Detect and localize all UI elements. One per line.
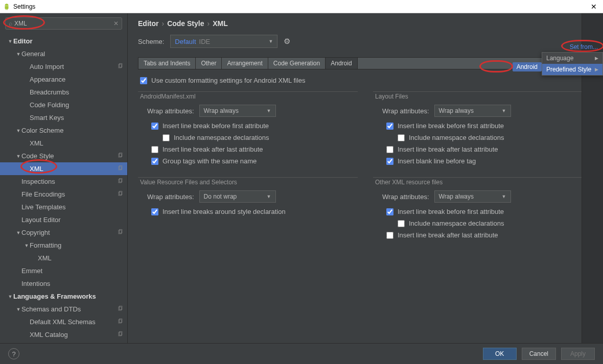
chk-lb-last-other[interactable]	[386, 232, 393, 239]
breadcrumb: Editor›Code Style›XML	[138, 19, 593, 28]
group-other: Other XML resource files Wrap attributes…	[373, 173, 593, 241]
tree-label: Layout Editor	[21, 216, 123, 224]
tree-item-xml[interactable]: XML	[0, 162, 127, 175]
submenu-android[interactable]: Android	[513, 62, 542, 71]
tab-arrangement[interactable]: Arrangement	[222, 58, 268, 69]
chk-lb-first-manifest[interactable]	[151, 123, 158, 130]
chk-lb-style-values[interactable]	[151, 208, 158, 215]
menu-predefined[interactable]: Predefined Style▶	[542, 64, 602, 75]
search-field[interactable]	[14, 20, 113, 27]
tab-android[interactable]: Android	[326, 58, 357, 69]
android-icon	[3, 3, 10, 10]
menu-language[interactable]: Language▶	[542, 53, 602, 64]
scheme-select[interactable]: DefaultIDE ▼	[170, 35, 277, 48]
tree-item-xml-catalog[interactable]: XML Catalog	[0, 328, 127, 341]
arrow-icon	[24, 243, 30, 248]
tree-item-emmet[interactable]: Emmet	[0, 264, 127, 277]
cancel-button[interactable]: Cancel	[522, 348, 556, 360]
tree-item-appearance[interactable]: Appearance	[0, 73, 127, 86]
tree-item-xml[interactable]: XML	[0, 252, 127, 264]
copy-icon	[118, 331, 123, 338]
clear-search-icon[interactable]: ✕	[113, 20, 119, 27]
sidebar: ⌕ ✕ EditorGeneralAuto ImportAppearanceBr…	[0, 13, 128, 343]
scheme-label: Scheme:	[138, 38, 164, 45]
search-input[interactable]: ⌕ ✕	[5, 17, 122, 30]
apply-button[interactable]: Apply	[561, 348, 595, 360]
chk-blank-layout[interactable]	[386, 158, 393, 165]
wrap-select-manifest[interactable]: Wrap always▼	[199, 105, 276, 117]
chk-group-manifest[interactable]	[151, 158, 158, 165]
title-text: Settings	[13, 3, 35, 10]
group-manifest: AndroidManifest.xml Wrap attributes: Wra…	[138, 87, 358, 167]
tree-label: Emmet	[21, 267, 123, 275]
tree-item-intentions[interactable]: Intentions	[0, 277, 127, 290]
tree-label: Inspections	[21, 178, 118, 185]
wrap-select-other[interactable]: Wrap always▼	[434, 190, 511, 203]
tree-label: XML	[30, 165, 118, 173]
wrap-select-layout[interactable]: Wrap always▼	[434, 105, 511, 117]
tree-item-code-style[interactable]: Code Style	[0, 150, 127, 162]
group-layout: Layout Files Wrap attributes: Wrap alway…	[373, 87, 593, 167]
titlebar: Settings ✕	[0, 0, 603, 13]
arrow-icon	[7, 294, 13, 299]
tree-item-file-encodings[interactable]: File Encodings	[0, 188, 127, 201]
wrap-attr-label: Wrap attributes:	[147, 107, 194, 115]
chk-ns-layout[interactable]	[398, 134, 405, 141]
tab-code-generation[interactable]: Code Generation	[268, 58, 326, 69]
tree-label: XML	[30, 139, 123, 147]
chk-ns-other[interactable]	[398, 220, 405, 227]
tree-item-general[interactable]: General	[0, 47, 127, 60]
gear-icon[interactable]: ⚙	[284, 37, 290, 46]
tree-item-inspections[interactable]: Inspections	[0, 175, 127, 188]
chk-lb-last-layout[interactable]	[386, 146, 393, 153]
tree-label: Smart Keys	[30, 114, 123, 122]
tree-label: Auto Import	[30, 63, 118, 70]
chk-lb-first-other[interactable]	[386, 208, 393, 215]
copy-icon	[118, 165, 123, 172]
tree-item-schemas-and-dtds[interactable]: Schemas and DTDs	[0, 303, 127, 316]
help-icon[interactable]: ?	[8, 348, 19, 359]
tree-label: Default XML Schemas	[30, 318, 118, 326]
tree-item-breadcrumbs[interactable]: Breadcrumbs	[0, 86, 127, 99]
wrap-select-values[interactable]: Do not wrap▼	[199, 190, 276, 203]
chk-lb-first-layout[interactable]	[386, 123, 393, 130]
tree-item-languages-&-frameworks[interactable]: Languages & Frameworks	[0, 290, 127, 303]
copy-icon	[118, 191, 123, 198]
tree-item-copyright[interactable]: Copyright	[0, 226, 127, 239]
copy-icon	[118, 63, 123, 70]
ok-button[interactable]: OK	[483, 348, 517, 360]
copy-icon	[118, 229, 123, 236]
tab-tabs-and-indents[interactable]: Tabs and Indents	[138, 58, 196, 69]
tree-label: XML	[38, 254, 123, 262]
footer: ? OK Cancel Apply	[0, 343, 603, 364]
tree-item-default-xml-schemas[interactable]: Default XML Schemas	[0, 316, 127, 328]
settings-tree: EditorGeneralAuto ImportAppearanceBreadc…	[0, 33, 127, 343]
tree-item-code-folding[interactable]: Code Folding	[0, 99, 127, 111]
tab-other[interactable]: Other	[196, 58, 222, 69]
use-custom-checkbox[interactable]	[140, 77, 147, 84]
chk-lb-last-manifest[interactable]	[151, 146, 158, 153]
tree-item-layout-editor[interactable]: Layout Editor	[0, 213, 127, 226]
tree-label: Intentions	[21, 280, 123, 287]
set-from-link[interactable]: Set from...	[567, 42, 603, 52]
tree-item-editor[interactable]: Editor	[0, 35, 127, 47]
tree-label: Copyright	[21, 229, 118, 236]
tree-item-auto-import[interactable]: Auto Import	[0, 60, 127, 73]
arrow-icon	[15, 52, 21, 57]
tree-item-formatting[interactable]: Formatting	[0, 239, 127, 252]
arrow-icon	[15, 154, 21, 159]
tree-label: XML Catalog	[30, 331, 118, 338]
tree-label: Breadcrumbs	[30, 88, 123, 96]
tree-label: Languages & Frameworks	[13, 293, 123, 300]
copy-icon	[118, 306, 123, 312]
tree-item-color-scheme[interactable]: Color Scheme	[0, 124, 127, 137]
tree-item-xml[interactable]: XML	[0, 137, 127, 150]
close-icon[interactable]: ✕	[588, 3, 600, 11]
tree-item-live-templates[interactable]: Live Templates	[0, 201, 127, 213]
chk-ns-manifest[interactable]	[163, 134, 170, 141]
tree-item-smart-keys[interactable]: Smart Keys	[0, 111, 127, 124]
search-icon: ⌕	[9, 20, 12, 27]
tree-label: Formatting	[30, 241, 123, 249]
tree-label: Editor	[13, 37, 123, 45]
tree-label: Live Templates	[21, 203, 123, 211]
